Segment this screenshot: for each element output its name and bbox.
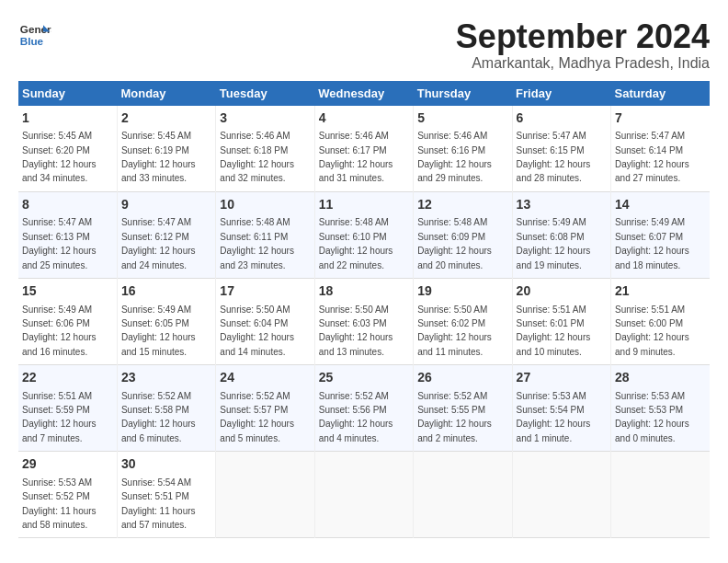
calendar-row: 8 Sunrise: 5:47 AMSunset: 6:13 PMDayligh… — [18, 191, 710, 278]
day-info: Sunrise: 5:49 AMSunset: 6:05 PMDaylight:… — [121, 304, 196, 357]
calendar-cell: 3 Sunrise: 5:46 AMSunset: 6:18 PMDayligh… — [216, 106, 314, 192]
day-info: Sunrise: 5:54 AMSunset: 5:51 PMDaylight:… — [121, 477, 196, 530]
calendar-cell — [216, 452, 314, 538]
day-number: 26 — [417, 369, 507, 387]
day-number: 14 — [615, 196, 706, 214]
day-number: 20 — [517, 282, 607, 301]
calendar-cell: 28 Sunrise: 5:53 AMSunset: 5:53 PMDaylig… — [611, 365, 710, 452]
day-number: 13 — [517, 196, 607, 214]
day-number: 10 — [220, 196, 310, 214]
calendar-row: 22 Sunrise: 5:51 AMSunset: 5:59 PMDaylig… — [18, 365, 710, 452]
day-number: 4 — [319, 109, 409, 128]
calendar-table: SundayMondayTuesdayWednesdayThursdayFrid… — [18, 81, 710, 539]
calendar-cell: 11 Sunrise: 5:48 AMSunset: 6:10 PMDaylig… — [314, 191, 413, 278]
day-info: Sunrise: 5:45 AMSunset: 6:19 PMDaylight:… — [121, 131, 196, 183]
day-number: 28 — [615, 369, 706, 387]
day-number: 23 — [121, 369, 211, 387]
day-number: 6 — [517, 109, 607, 128]
calendar-cell: 27 Sunrise: 5:53 AMSunset: 5:54 PMDaylig… — [512, 365, 610, 452]
calendar-cell: 20 Sunrise: 5:51 AMSunset: 6:01 PMDaylig… — [512, 278, 610, 364]
day-number: 29 — [22, 455, 113, 474]
calendar-cell: 16 Sunrise: 5:49 AMSunset: 6:05 PMDaylig… — [117, 278, 215, 364]
calendar-cell: 15 Sunrise: 5:49 AMSunset: 6:06 PMDaylig… — [18, 278, 117, 364]
day-info: Sunrise: 5:46 AMSunset: 6:16 PMDaylight:… — [417, 131, 492, 183]
day-info: Sunrise: 5:47 AMSunset: 6:12 PMDaylight:… — [121, 217, 196, 270]
calendar-cell: 23 Sunrise: 5:52 AMSunset: 5:58 PMDaylig… — [117, 365, 215, 452]
day-info: Sunrise: 5:46 AMSunset: 6:18 PMDaylight:… — [220, 131, 294, 183]
day-number: 15 — [22, 282, 113, 301]
svg-text:Blue: Blue — [20, 35, 44, 47]
calendar-cell: 29 Sunrise: 5:53 AMSunset: 5:52 PMDaylig… — [18, 452, 117, 538]
day-info: Sunrise: 5:52 AMSunset: 5:55 PMDaylight:… — [417, 391, 492, 443]
day-info: Sunrise: 5:53 AMSunset: 5:52 PMDaylight:… — [22, 477, 97, 530]
header-wednesday: Wednesday — [314, 81, 413, 106]
calendar-cell: 22 Sunrise: 5:51 AMSunset: 5:59 PMDaylig… — [18, 365, 117, 452]
calendar-row: 15 Sunrise: 5:49 AMSunset: 6:06 PMDaylig… — [18, 278, 710, 364]
calendar-cell: 14 Sunrise: 5:49 AMSunset: 6:07 PMDaylig… — [611, 191, 710, 278]
day-info: Sunrise: 5:49 AMSunset: 6:06 PMDaylight:… — [22, 304, 97, 357]
day-info: Sunrise: 5:46 AMSunset: 6:17 PMDaylight:… — [319, 131, 393, 183]
calendar-cell: 25 Sunrise: 5:52 AMSunset: 5:56 PMDaylig… — [314, 365, 413, 452]
day-info: Sunrise: 5:51 AMSunset: 6:00 PMDaylight:… — [615, 304, 689, 357]
calendar-cell — [314, 452, 413, 538]
day-number: 8 — [22, 196, 113, 214]
location: Amarkantak, Madhya Pradesh, India — [456, 55, 710, 72]
calendar-row: 1 Sunrise: 5:45 AMSunset: 6:20 PMDayligh… — [18, 106, 710, 192]
title-block: September 2024 Amarkantak, Madhya Prades… — [456, 18, 710, 72]
day-number: 9 — [121, 196, 211, 214]
month-title: September 2024 — [456, 18, 710, 55]
logo: General Blue — [18, 18, 51, 52]
calendar-cell: 7 Sunrise: 5:47 AMSunset: 6:14 PMDayligh… — [611, 106, 710, 192]
calendar-cell: 12 Sunrise: 5:48 AMSunset: 6:09 PMDaylig… — [414, 191, 512, 278]
calendar-body: 1 Sunrise: 5:45 AMSunset: 6:20 PMDayligh… — [18, 106, 710, 538]
calendar-row: 29 Sunrise: 5:53 AMSunset: 5:52 PMDaylig… — [18, 452, 710, 538]
day-number: 18 — [319, 282, 409, 301]
logo-icon: General Blue — [18, 18, 51, 52]
day-info: Sunrise: 5:45 AMSunset: 6:20 PMDaylight:… — [22, 131, 97, 183]
day-info: Sunrise: 5:52 AMSunset: 5:57 PMDaylight:… — [220, 391, 294, 443]
header-row: SundayMondayTuesdayWednesdayThursdayFrid… — [18, 81, 710, 106]
calendar-cell: 4 Sunrise: 5:46 AMSunset: 6:17 PMDayligh… — [314, 106, 413, 192]
day-number: 1 — [22, 109, 113, 128]
header-saturday: Saturday — [611, 81, 710, 106]
day-number: 11 — [319, 196, 409, 214]
day-number: 16 — [121, 282, 211, 301]
calendar-cell: 2 Sunrise: 5:45 AMSunset: 6:19 PMDayligh… — [117, 106, 215, 192]
day-info: Sunrise: 5:47 AMSunset: 6:13 PMDaylight:… — [22, 217, 97, 270]
calendar-cell: 19 Sunrise: 5:50 AMSunset: 6:02 PMDaylig… — [414, 278, 512, 364]
calendar-cell: 17 Sunrise: 5:50 AMSunset: 6:04 PMDaylig… — [216, 278, 314, 364]
day-info: Sunrise: 5:49 AMSunset: 6:07 PMDaylight:… — [615, 217, 689, 270]
calendar-cell: 5 Sunrise: 5:46 AMSunset: 6:16 PMDayligh… — [414, 106, 512, 192]
day-info: Sunrise: 5:51 AMSunset: 5:59 PMDaylight:… — [22, 391, 97, 443]
calendar-cell: 1 Sunrise: 5:45 AMSunset: 6:20 PMDayligh… — [18, 106, 117, 192]
day-number: 3 — [220, 109, 310, 128]
day-number: 12 — [417, 196, 507, 214]
day-info: Sunrise: 5:48 AMSunset: 6:09 PMDaylight:… — [417, 217, 492, 270]
day-number: 21 — [615, 282, 706, 301]
day-info: Sunrise: 5:48 AMSunset: 6:11 PMDaylight:… — [220, 217, 294, 270]
calendar-cell: 18 Sunrise: 5:50 AMSunset: 6:03 PMDaylig… — [314, 278, 413, 364]
calendar-cell — [414, 452, 512, 538]
day-number: 19 — [417, 282, 507, 301]
day-number: 2 — [121, 109, 211, 128]
header-friday: Friday — [512, 81, 610, 106]
day-number: 17 — [220, 282, 310, 301]
header-monday: Monday — [117, 81, 215, 106]
calendar-cell: 30 Sunrise: 5:54 AMSunset: 5:51 PMDaylig… — [117, 452, 215, 538]
day-info: Sunrise: 5:48 AMSunset: 6:10 PMDaylight:… — [319, 217, 393, 270]
calendar-header: SundayMondayTuesdayWednesdayThursdayFrid… — [18, 81, 710, 106]
day-info: Sunrise: 5:47 AMSunset: 6:14 PMDaylight:… — [615, 131, 689, 183]
header-tuesday: Tuesday — [216, 81, 314, 106]
day-number: 30 — [121, 455, 211, 474]
day-info: Sunrise: 5:53 AMSunset: 5:54 PMDaylight:… — [517, 391, 591, 443]
day-number: 22 — [22, 369, 113, 387]
calendar-cell: 6 Sunrise: 5:47 AMSunset: 6:15 PMDayligh… — [512, 106, 610, 192]
page-header: General Blue September 2024 Amarkantak, … — [18, 18, 710, 72]
day-info: Sunrise: 5:52 AMSunset: 5:56 PMDaylight:… — [319, 391, 393, 443]
header-thursday: Thursday — [414, 81, 512, 106]
day-number: 5 — [417, 109, 507, 128]
calendar-cell: 21 Sunrise: 5:51 AMSunset: 6:00 PMDaylig… — [611, 278, 710, 364]
header-sunday: Sunday — [18, 81, 117, 106]
calendar-cell — [611, 452, 710, 538]
calendar-cell — [512, 452, 610, 538]
